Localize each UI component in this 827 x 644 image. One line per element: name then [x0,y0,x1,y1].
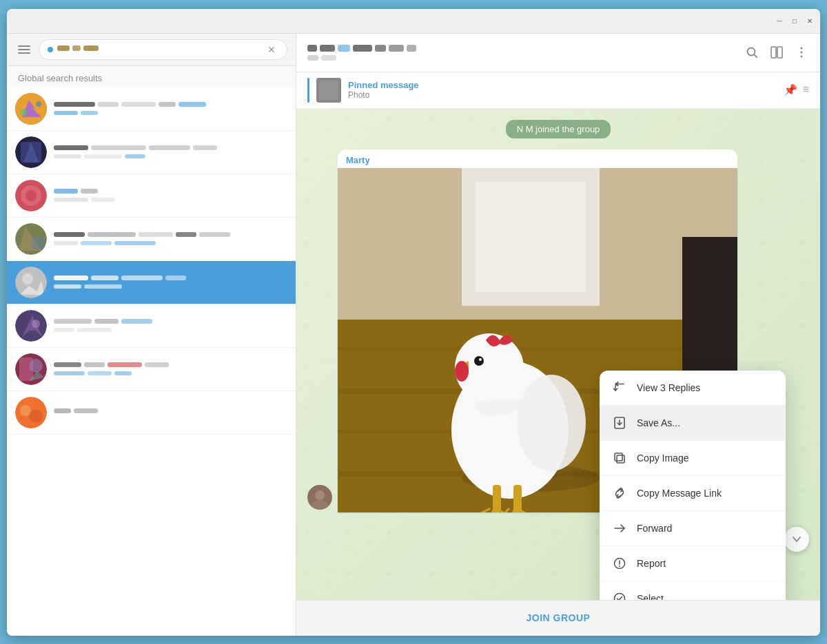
search-input-wrap: ✕ [39,39,287,60]
avatar-image [15,267,47,298]
svg-rect-76 [615,453,622,461]
avatar [15,353,47,385]
svg-rect-35 [407,45,416,52]
svg-point-12 [25,190,37,201]
result-text [54,145,217,158]
join-group-button[interactable]: JOIN GROUP [527,612,591,623]
svg-point-44 [801,56,803,58]
context-menu-report[interactable]: Report [600,546,786,581]
list-item[interactable] [7,348,296,391]
forward-label: Forward [637,523,672,534]
pin-accent [307,78,309,103]
search-dot-icon [48,47,53,52]
pin-icon[interactable]: 📌 [784,83,797,96]
left-panel: ✕ Global search results [7,34,296,636]
scroll-to-bottom-button[interactable] [784,527,809,552]
context-menu-save-as[interactable]: Save As... [600,406,786,441]
list-icon[interactable]: ≡ [803,83,809,96]
search-chat-button[interactable] [744,45,759,60]
avatar [15,267,47,298]
menu-button[interactable] [15,43,33,56]
result-text [54,276,186,289]
search-display [57,43,265,55]
svg-rect-37 [321,55,336,61]
svg-point-71 [479,358,482,361]
list-item[interactable] [7,304,296,348]
more-options-button[interactable] [794,45,809,60]
context-menu-select[interactable]: Select [600,581,786,600]
svg-rect-33 [375,45,386,52]
svg-point-17 [22,273,33,284]
list-item[interactable] [7,391,296,435]
svg-rect-46 [319,81,338,100]
search-results-list [7,87,296,636]
columns-icon [770,45,784,59]
copy-image-icon [612,450,627,466]
svg-point-38 [748,48,755,56]
sender-avatar [307,485,332,510]
copy-image-label: Copy Image [637,453,688,464]
hamburger-icon [18,49,30,50]
svg-point-51 [315,490,325,500]
svg-rect-36 [307,55,318,61]
close-button[interactable]: ✕ [805,16,815,25]
search-icon [745,45,759,59]
svg-rect-40 [771,47,776,58]
chat-status-blur [307,54,363,61]
result-text [54,319,152,332]
svg-rect-15 [32,237,45,249]
list-item[interactable] [7,87,296,131]
result-text [54,362,169,375]
svg-point-24 [29,359,43,373]
chat-name-blur [307,43,418,53]
pinned-title: Pinned message [348,80,777,90]
svg-point-42 [801,48,803,50]
pinned-thumbnail [316,78,341,103]
select-label: Select [637,593,664,600]
list-item[interactable] [7,131,296,174]
minimize-button[interactable]: ─ [775,16,784,25]
result-text [54,189,115,202]
layout-button[interactable] [769,45,784,60]
svg-rect-41 [777,47,782,58]
svg-line-39 [755,55,757,58]
copy-link-icon [612,486,627,501]
svg-point-43 [801,52,803,54]
svg-point-21 [32,320,40,328]
list-item-active[interactable] [7,261,296,304]
hamburger-icon [18,52,30,54]
svg-point-72 [455,361,469,382]
context-menu-copy-link[interactable]: Copy Message Link [600,476,786,511]
join-badge: N M joined the group [506,120,611,138]
message-sender: Marty [338,149,737,168]
list-item[interactable] [7,218,296,261]
avatar [15,93,47,125]
avatar [15,223,47,255]
context-menu-view-replies[interactable]: View 3 Replies [600,371,786,406]
svg-rect-56 [338,347,737,351]
avatar-image [15,93,47,125]
search-text-blur [57,43,167,53]
context-menu-forward[interactable]: Forward [600,511,786,546]
chat-info [307,43,737,61]
list-item[interactable] [7,174,296,218]
svg-rect-30 [320,45,335,52]
avatar [15,180,47,211]
svg-rect-32 [353,45,372,52]
result-text [54,232,230,245]
main-layout: ✕ Global search results [7,34,820,636]
search-bar: ✕ [7,34,296,66]
avatar-image [15,353,47,385]
copy-link-label: Copy Message Link [637,488,722,499]
search-results-label: Global search results [7,66,296,87]
svg-rect-34 [389,45,404,52]
pinned-bar[interactable]: Pinned message Photo 📌 ≡ [296,72,820,109]
avatar [15,136,47,168]
context-menu-copy-image[interactable]: Copy Image [600,441,786,476]
maximize-button[interactable]: □ [790,16,799,25]
context-menu: View 3 Replies Save As... [600,371,786,600]
svg-rect-31 [338,45,350,52]
search-clear-button[interactable]: ✕ [265,43,278,56]
avatar-image [15,397,47,428]
avatar-image [15,310,47,342]
